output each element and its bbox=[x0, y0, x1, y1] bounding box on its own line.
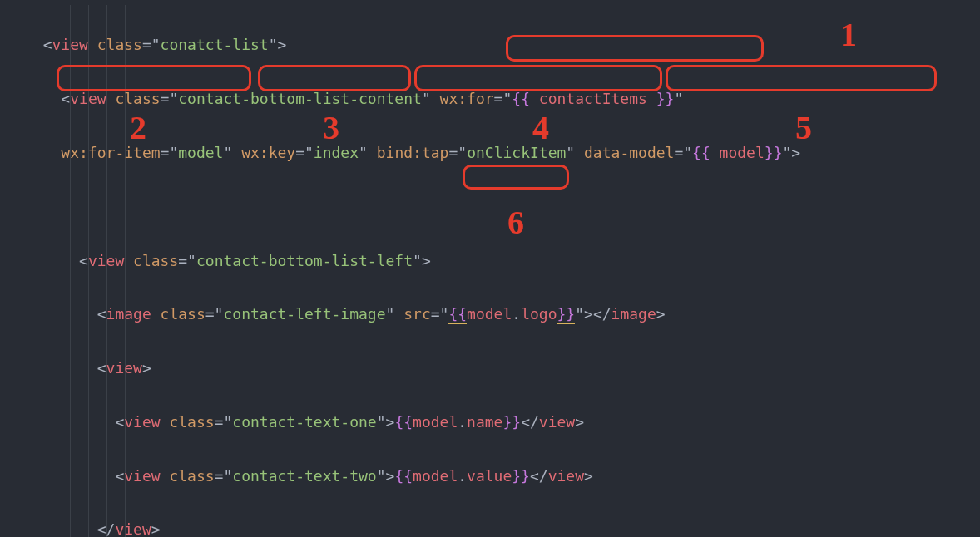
code-line-1[interactable]: <view class="conatct-list"> bbox=[25, 32, 980, 58]
code-line-6[interactable]: <image class="contact-left-image" src="{… bbox=[25, 301, 980, 328]
code-line-9[interactable]: <view class="contact-text-two">{{model.v… bbox=[25, 463, 980, 490]
code-line-7[interactable]: <view> bbox=[25, 355, 980, 382]
code-line-5[interactable]: <view class="contact-bottom-list-left"> bbox=[25, 248, 980, 274]
code-line-2[interactable]: <view class="contact-bottom-list-content… bbox=[25, 86, 980, 112]
code-line-blank-a[interactable] bbox=[25, 194, 980, 220]
code-line-3[interactable]: wx:for-item="model" wx:key="index" bind:… bbox=[25, 140, 980, 166]
code-line-8[interactable]: <view class="contact-text-one">{{model.n… bbox=[25, 409, 980, 436]
code-line-10[interactable]: </view> bbox=[25, 516, 980, 537]
code-editor[interactable]: <view class="conatct-list"> <view class=… bbox=[25, 5, 980, 537]
